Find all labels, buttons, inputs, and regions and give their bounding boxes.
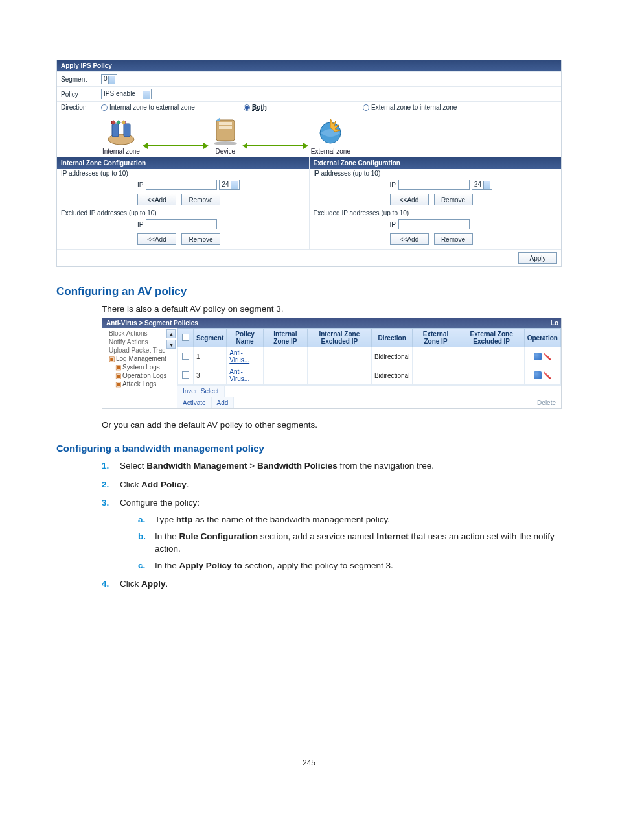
svg-point-5: [122, 121, 126, 124]
direction-option-both[interactable]: Both: [244, 104, 308, 111]
tree-item-operation-logs[interactable]: ▣Operation Logs: [109, 371, 176, 380]
section-av-intro: There is also a default AV policy on seg…: [56, 303, 562, 315]
external-excluded-ip-label: IP: [390, 221, 396, 228]
section-av-title: Configuring an AV policy: [56, 285, 562, 298]
apply-ips-policy-header: Apply IPS Policy: [57, 60, 561, 71]
external-mask-select[interactable]: 24: [472, 180, 492, 190]
av-nav-tree: ▴ ▾ Block Actions Notify Actions Upload …: [102, 328, 177, 408]
bidirectional-arrow-icon: [246, 145, 304, 146]
internal-ip-remove-button[interactable]: Remove: [181, 194, 220, 205]
page-number: 245: [56, 758, 562, 767]
external-excluded-ip-input[interactable]: [398, 219, 470, 229]
col-external-ip: External Zone IP: [413, 329, 459, 347]
edit-icon[interactable]: [534, 371, 542, 379]
av-policy-table: Segment Policy Name Internal Zone IP Int…: [177, 328, 561, 385]
av-segment-policies-panel: Anti-Virus > Segment Policies Lo ▴ ▾ Blo…: [102, 318, 562, 409]
list-item: b. In the Rule Configuration section, ad…: [138, 531, 562, 554]
policy-name-link[interactable]: Anti-Virus...: [229, 368, 249, 382]
internal-zone-icon: Internal zone: [102, 120, 140, 155]
external-excluded-remove-button[interactable]: Remove: [434, 233, 473, 245]
select-all-checkbox[interactable]: [182, 334, 189, 341]
svg-rect-7: [219, 122, 232, 125]
svg-rect-8: [219, 126, 232, 129]
col-external-excluded: External Zone Excluded IP: [459, 329, 524, 347]
col-policy-name: Policy Name: [227, 329, 264, 347]
apply-ips-policy-panel: Apply IPS Policy Segment 0 Policy IPS en…: [56, 60, 562, 267]
internal-ip-label: IP: [137, 181, 143, 189]
svg-point-9: [214, 141, 237, 145]
policy-name-link[interactable]: Anti-Virus...: [229, 349, 249, 364]
book-icon: ▣: [115, 372, 121, 379]
svg-rect-1: [112, 124, 119, 137]
scroll-down-button[interactable]: ▾: [166, 340, 176, 349]
external-ip-add-button[interactable]: <<Add: [390, 194, 429, 205]
list-item: a. Type http as the name of the bandwidt…: [138, 514, 562, 526]
table-row: 1 Anti-Virus... Bidirectional: [178, 347, 561, 366]
col-operation: Operation: [524, 329, 560, 347]
book-icon: ▣: [109, 355, 115, 362]
list-item: 1. Select Bandwidth Management > Bandwid…: [102, 460, 562, 472]
tree-item-attack-logs[interactable]: ▣Attack Logs: [109, 380, 176, 388]
external-ip-input[interactable]: [398, 180, 470, 190]
row-checkbox[interactable]: [182, 353, 189, 360]
internal-mask-select[interactable]: 24: [219, 180, 240, 190]
external-zone-icon: External zone: [311, 119, 350, 155]
policy-select[interactable]: IPS enable: [101, 89, 152, 99]
internal-excluded-remove-button[interactable]: Remove: [181, 233, 220, 245]
chevron-down-icon: [233, 183, 237, 186]
section-av-outro: Or you can add the default AV policy to …: [56, 419, 562, 431]
radio-icon: [101, 104, 108, 111]
internal-zone-config-header: Internal Zone Configuration: [57, 158, 309, 169]
list-item: c. In the Apply Policy to section, apply…: [138, 560, 562, 572]
radio-icon: [363, 104, 369, 111]
internal-ip-addresses-label: IP addresses (up to 10): [61, 170, 305, 177]
section-bw-title: Configuring a bandwidth management polic…: [56, 443, 562, 454]
delete-icon[interactable]: [544, 353, 551, 360]
list-item: 4. Click Apply.: [102, 578, 562, 590]
list-item: 2. Click Add Policy.: [102, 479, 562, 491]
radio-icon: [244, 104, 250, 111]
svg-rect-2: [124, 124, 130, 137]
tree-item-system-logs[interactable]: ▣System Logs: [109, 363, 176, 371]
bidirectional-arrow-icon: [146, 145, 205, 146]
internal-excluded-add-button[interactable]: <<Add: [137, 233, 176, 245]
book-icon: ▣: [115, 364, 121, 371]
segment-select[interactable]: 0: [101, 74, 117, 84]
col-direction: Direction: [371, 329, 412, 347]
row-checkbox[interactable]: [182, 371, 189, 379]
invert-select-button[interactable]: Invert Select: [177, 385, 225, 397]
external-excluded-add-button[interactable]: <<Add: [390, 233, 429, 245]
direction-label: Direction: [61, 104, 101, 111]
activate-button[interactable]: Activate: [177, 397, 212, 408]
external-ip-remove-button[interactable]: Remove: [434, 194, 473, 205]
internal-excluded-ip-input[interactable]: [146, 219, 217, 229]
policy-label: Policy: [61, 91, 101, 98]
apply-button[interactable]: Apply: [518, 252, 557, 264]
svg-point-3: [111, 121, 115, 124]
direction-option-internal-to-external[interactable]: Internal zone to external zone: [101, 104, 244, 111]
col-segment: Segment: [194, 329, 227, 347]
tree-item-log-management[interactable]: ▣Log Management: [109, 355, 176, 363]
direction-option-external-to-internal[interactable]: External zone to internal zone: [363, 104, 457, 111]
tree-item[interactable]: Upload Packet Trac: [109, 346, 176, 355]
tree-item[interactable]: Notify Actions: [109, 338, 176, 346]
internal-ip-add-button[interactable]: <<Add: [137, 194, 176, 205]
external-excluded-label: Excluded IP addresses (up to 10): [314, 205, 558, 216]
book-icon: ▣: [115, 380, 121, 388]
tree-item[interactable]: Block Actions: [109, 329, 176, 338]
internal-ip-input[interactable]: [146, 180, 217, 190]
segment-label: Segment: [61, 76, 101, 83]
chevron-down-icon: [111, 78, 115, 80]
edit-icon[interactable]: [534, 353, 542, 360]
svg-point-4: [117, 121, 120, 124]
col-internal-excluded: Internal Zone Excluded IP: [307, 329, 371, 347]
add-button[interactable]: Add: [212, 397, 235, 408]
col-internal-ip: Internal Zone IP: [263, 329, 307, 347]
internal-excluded-label: Excluded IP addresses (up to 10): [61, 205, 305, 216]
chevron-down-icon: [145, 93, 149, 95]
delete-icon[interactable]: [544, 371, 551, 379]
delete-button[interactable]: Delete: [532, 397, 561, 408]
scroll-up-button[interactable]: ▴: [166, 329, 176, 338]
external-ip-addresses-label: IP addresses (up to 10): [314, 170, 558, 177]
list-item: 3. Configure the policy: a. Type http as…: [102, 497, 562, 572]
